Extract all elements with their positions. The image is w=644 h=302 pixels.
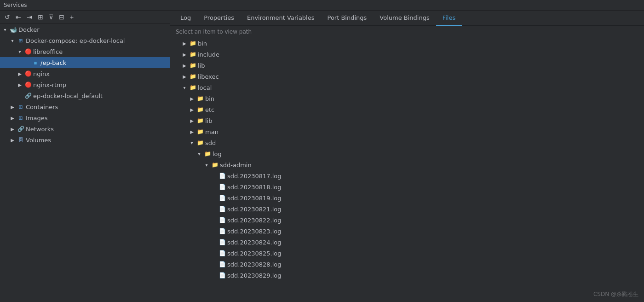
file-item-local-bin[interactable]: ▶📁bin <box>170 93 644 104</box>
file-arrow-local-sdd[interactable]: ▾ <box>189 139 195 146</box>
file-item-log-7[interactable]: 📄sdd.20230824.log <box>170 237 644 248</box>
file-item-log-9[interactable]: 📄sdd.20230828.log <box>170 259 644 270</box>
tree-arrow-images[interactable]: ▶ <box>9 115 16 121</box>
tree-item-ep-back[interactable]: ▪/ep-back <box>0 57 170 68</box>
tree-item-volumes[interactable]: ▶🗄Volumes <box>0 134 170 145</box>
file-item-lib[interactable]: ▶📁lib <box>170 60 644 71</box>
file-item-local-man[interactable]: ▶📁man <box>170 126 644 137</box>
file-arrow-libexec[interactable]: ▶ <box>181 73 188 80</box>
tab-volume-bindings[interactable]: Volume Bindings <box>373 11 436 26</box>
tree-arrow-docker-compose[interactable]: ▾ <box>9 37 16 44</box>
tree-item-libreoffice[interactable]: ▾🔴libreoffice <box>0 46 170 57</box>
tree-label-libreoffice: libreoffice <box>33 48 63 55</box>
file-arrow-local-man[interactable]: ▶ <box>189 128 195 135</box>
tree-icon-ep-back: ▪ <box>32 59 39 66</box>
toolbar-btn-settings[interactable]: ⊟ <box>57 12 66 22</box>
file-arrow-local[interactable]: ▾ <box>181 84 188 91</box>
files-tree[interactable]: ▶📁bin▶📁include▶📁lib▶📁libexec▾📁local▶📁bin… <box>170 38 644 302</box>
tree-arrow-volumes[interactable]: ▶ <box>9 137 16 143</box>
services-tree[interactable]: ▾🐋Docker▾⊞Docker-compose: ep-docker-loca… <box>0 24 170 302</box>
tab-env-vars[interactable]: Environment Variables <box>241 11 321 26</box>
watermark: CSDN @杀戮苍生 <box>593 290 638 298</box>
tree-arrow-nginx[interactable]: ▶ <box>17 70 23 77</box>
file-doc-icon-log-7: 📄 <box>218 238 226 246</box>
tree-item-docker-compose[interactable]: ▾⊞Docker-compose: ep-docker-local <box>0 35 170 46</box>
tab-log[interactable]: Log <box>174 11 197 26</box>
file-doc-icon-log-8: 📄 <box>218 250 226 257</box>
toolbar-btn-add[interactable]: + <box>68 12 75 22</box>
tree-item-ep-docker-default[interactable]: 🔗ep-docker-local_default <box>0 90 170 101</box>
path-info: Select an item to view path <box>170 26 644 38</box>
toolbar-btn-filter[interactable]: ⊽ <box>47 12 55 22</box>
tree-item-docker[interactable]: ▾🐋Docker <box>0 24 170 35</box>
file-arrow-sdd-admin[interactable]: ▾ <box>203 162 210 168</box>
file-item-log-8[interactable]: 📄sdd.20230825.log <box>170 248 644 259</box>
tab-files[interactable]: Files <box>436 11 462 26</box>
tree-label-images: Images <box>26 115 48 122</box>
tree-label-ep-docker-default: ep-docker-local_default <box>33 93 103 99</box>
file-arrow-lib[interactable]: ▶ <box>181 62 188 69</box>
file-item-log-6[interactable]: 📄sdd.20230823.log <box>170 226 644 237</box>
file-item-include[interactable]: ▶📁include <box>170 49 644 60</box>
tree-item-images[interactable]: ▶⊞Images <box>0 112 170 123</box>
file-item-log-1[interactable]: 📄sdd.20230817.log <box>170 170 644 181</box>
file-item-log-4[interactable]: 📄sdd.20230821.log <box>170 203 644 215</box>
toolbar-btn-expand-all[interactable]: ⇥ <box>25 12 34 22</box>
tree-item-containers[interactable]: ▶⊞Containers <box>0 101 170 112</box>
tab-port-bindings[interactable]: Port Bindings <box>321 11 374 26</box>
tree-arrow-placeholder <box>24 59 30 66</box>
file-item-local-etc[interactable]: ▶📁etc <box>170 104 644 115</box>
file-item-log-3[interactable]: 📄sdd.20230819.log <box>170 192 644 203</box>
tree-icon-nginx-rtmp: 🔴 <box>24 81 32 88</box>
file-arrow-placeholder <box>211 173 217 179</box>
tree-arrow-libreoffice[interactable]: ▾ <box>17 48 23 55</box>
tree-icon-libreoffice: 🔴 <box>24 48 32 55</box>
tree-label-volumes: Volumes <box>26 137 51 144</box>
file-arrow-local-lib[interactable]: ▶ <box>189 117 195 124</box>
tree-arrow-docker[interactable]: ▾ <box>2 26 8 33</box>
file-item-bin-top[interactable]: ▶📁bin <box>170 38 644 49</box>
file-arrow-placeholder <box>211 228 217 234</box>
file-item-libexec[interactable]: ▶📁libexec <box>170 71 644 82</box>
toolbar-btn-refresh[interactable]: ↺ <box>3 12 12 22</box>
file-label-log-10: sdd.20230829.log <box>227 272 282 279</box>
file-label-bin-top: bin <box>198 40 207 47</box>
file-item-log-2[interactable]: 📄sdd.20230818.log <box>170 181 644 192</box>
toolbar-btn-group[interactable]: ⊞ <box>36 12 45 22</box>
file-arrow-placeholder <box>211 261 217 267</box>
tree-item-nginx-rtmp[interactable]: ▶🔴nginx-rtmp <box>0 79 170 90</box>
tree-item-networks[interactable]: ▶🔗Networks <box>0 123 170 134</box>
folder-icon-lib: 📁 <box>189 62 196 69</box>
tab-properties[interactable]: Properties <box>197 11 241 26</box>
file-arrow-include[interactable]: ▶ <box>181 51 188 58</box>
file-item-log-10[interactable]: 📄sdd.20230829.log <box>170 270 644 281</box>
tree-arrow-nginx-rtmp[interactable]: ▶ <box>17 81 23 88</box>
file-label-log-3: sdd.20230819.log <box>227 195 282 202</box>
file-doc-icon-log-1: 📄 <box>218 172 226 180</box>
file-arrow-placeholder <box>211 184 217 190</box>
tree-arrow-networks[interactable]: ▶ <box>9 126 16 132</box>
file-item-local[interactable]: ▾📁local <box>170 82 644 93</box>
file-arrow-local-etc[interactable]: ▶ <box>189 106 195 113</box>
file-label-libexec: libexec <box>198 73 219 80</box>
left-panel: ↺⇤⇥⊞⊽⊟+ ▾🐋Docker▾⊞Docker-compose: ep-doc… <box>0 11 170 302</box>
file-arrow-bin-top[interactable]: ▶ <box>181 40 188 46</box>
toolbar: ↺⇤⇥⊞⊽⊟+ <box>0 11 170 24</box>
toolbar-btn-collapse-all[interactable]: ⇤ <box>14 12 23 22</box>
tree-label-nginx: nginx <box>33 70 50 77</box>
file-item-local-sdd[interactable]: ▾📁sdd <box>170 137 644 148</box>
file-arrow-sdd-log[interactable]: ▾ <box>196 151 202 157</box>
folder-icon-local-man: 📁 <box>196 128 204 135</box>
file-item-sdd-admin[interactable]: ▾📁sdd-admin <box>170 159 644 170</box>
file-item-sdd-log[interactable]: ▾📁log <box>170 148 644 159</box>
file-item-local-lib[interactable]: ▶📁lib <box>170 115 644 126</box>
tree-arrow-containers[interactable]: ▶ <box>9 104 16 110</box>
file-label-log-5: sdd.20230822.log <box>227 217 282 224</box>
file-arrow-local-bin[interactable]: ▶ <box>189 95 195 102</box>
file-label-log-4: sdd.20230821.log <box>227 206 282 213</box>
tree-icon-networks: 🔗 <box>17 125 24 133</box>
tree-icon-containers: ⊞ <box>17 103 24 110</box>
folder-icon-libexec: 📁 <box>189 73 196 80</box>
file-item-log-5[interactable]: 📄sdd.20230822.log <box>170 215 644 226</box>
tree-item-nginx[interactable]: ▶🔴nginx <box>0 68 170 79</box>
